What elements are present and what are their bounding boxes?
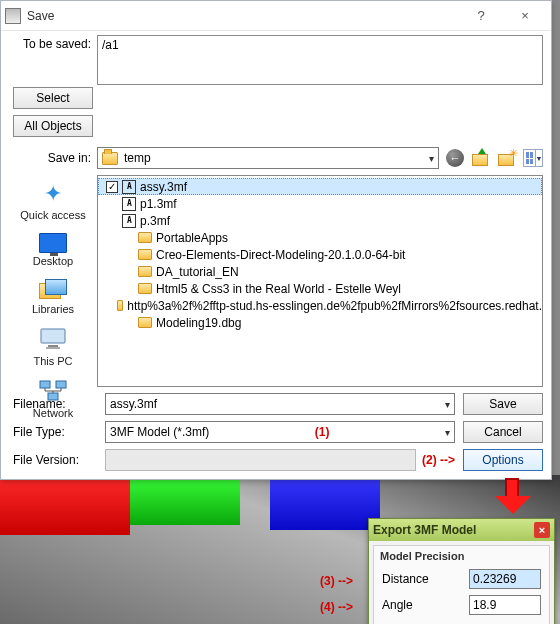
panel-title-text: Export 3MF Model <box>373 523 476 537</box>
folder-icon <box>138 283 152 294</box>
scene-cube-green <box>130 475 240 525</box>
3mf-file-icon: A <box>122 180 136 194</box>
distance-input[interactable] <box>469 569 541 589</box>
export-3mf-panel: Export 3MF Model × Model Precision Dista… <box>368 518 555 624</box>
fileversion-combo <box>105 449 416 471</box>
file-name: assy.3mf <box>140 180 187 194</box>
file-row[interactable]: http%3a%2f%2fftp-stud.hs-esslingen.de%2f… <box>98 297 542 314</box>
svg-rect-2 <box>46 347 60 349</box>
place-desktop[interactable]: Desktop <box>33 233 73 267</box>
annotation-1: (1) <box>315 425 330 439</box>
save-in-value: temp <box>124 151 151 165</box>
fileversion-label: File Version: <box>9 453 97 467</box>
place-desktop-label: Desktop <box>33 255 73 267</box>
file-name: Modeling19.dbg <box>156 316 241 330</box>
nav-back-button[interactable]: ← <box>445 148 465 168</box>
file-name: http%3a%2f%2fftp-stud.hs-esslingen.de%2f… <box>127 299 542 313</box>
file-list[interactable]: ✓Aassy.3mfAp1.3mfAp.3mfPortableAppsCreo-… <box>97 175 543 387</box>
panel-close-button[interactable]: × <box>534 522 550 538</box>
file-row[interactable]: PortableApps <box>98 229 542 246</box>
options-button[interactable]: Options <box>463 449 543 471</box>
save-button[interactable]: Save <box>463 393 543 415</box>
file-row[interactable]: Creo-Elements-Direct-Modeling-20.1.0.0-6… <box>98 246 542 263</box>
place-quick-access-label: Quick access <box>20 209 85 221</box>
3mf-file-icon: A <box>122 197 136 211</box>
annotation-arrow-down <box>495 478 529 516</box>
chevron-down-icon: ▾ <box>445 399 450 410</box>
to-be-saved-editor[interactable]: /a1 <box>97 35 543 85</box>
file-name: DA_tutorial_EN <box>156 265 239 279</box>
save-in-combo[interactable]: temp ▾ <box>97 147 439 169</box>
quick-access-icon: ✦ <box>44 181 62 207</box>
scene-cube-blue <box>270 475 380 530</box>
cancel-button[interactable]: Cancel <box>463 421 543 443</box>
new-folder-button[interactable]: ✳ <box>497 148 517 168</box>
file-row[interactable]: Ap1.3mf <box>98 195 542 212</box>
save-in-label: Save in: <box>9 151 97 165</box>
folder-icon <box>102 152 118 165</box>
arrow-left-icon: ← <box>446 149 464 167</box>
annotation-4: (4) --> <box>320 600 353 614</box>
panel-title[interactable]: Export 3MF Model × <box>369 519 554 541</box>
desktop-icon <box>39 233 67 253</box>
group-header: Model Precision <box>376 550 547 566</box>
folder-icon <box>138 249 152 260</box>
angle-input[interactable] <box>469 595 541 615</box>
view-menu-button[interactable]: ▼ <box>523 148 543 168</box>
window-icon <box>5 8 21 24</box>
file-name: p.3mf <box>140 214 170 228</box>
help-button[interactable]: ? <box>459 2 503 30</box>
select-button[interactable]: Select <box>13 87 93 109</box>
place-libraries[interactable]: Libraries <box>32 279 74 315</box>
file-name: Creo-Elements-Direct-Modeling-20.1.0.0-6… <box>156 248 405 262</box>
file-name: Html5 & Css3 in the Real World - Estelle… <box>156 282 401 296</box>
chevron-down-icon: ▾ <box>429 153 434 164</box>
filename-label: Filename: <box>9 397 97 411</box>
place-libraries-label: Libraries <box>32 303 74 315</box>
file-name: p1.3mf <box>140 197 177 211</box>
scene-cube-red <box>0 475 130 535</box>
new-folder-icon: ✳ <box>498 150 516 166</box>
file-row[interactable]: ✓Aassy.3mf <box>98 178 542 195</box>
nav-up-button[interactable] <box>471 148 491 168</box>
folder-up-icon <box>472 150 490 166</box>
svg-rect-3 <box>40 381 50 388</box>
window-title: Save <box>27 9 54 23</box>
file-row[interactable]: DA_tutorial_EN <box>98 263 542 280</box>
folder-icon <box>117 300 123 311</box>
view-grid-icon: ▼ <box>523 149 543 167</box>
svg-rect-4 <box>56 381 66 388</box>
distance-label: Distance <box>382 572 461 586</box>
all-objects-button[interactable]: All Objects <box>13 115 93 137</box>
chevron-down-icon: ▾ <box>445 427 450 438</box>
close-button[interactable]: × <box>503 2 547 30</box>
folder-icon <box>138 232 152 243</box>
place-this-pc-label: This PC <box>33 355 72 367</box>
model-precision-group: Model Precision Distance Angle <box>373 545 550 624</box>
checkbox-icon[interactable]: ✓ <box>106 181 118 193</box>
filetype-combo[interactable]: 3MF Model (*.3mf) (1) ▾ <box>105 421 455 443</box>
filename-combo[interactable]: assy.3mf ▾ <box>105 393 455 415</box>
libraries-icon <box>39 279 67 301</box>
svg-rect-1 <box>48 345 58 347</box>
annotation-3: (3) --> <box>320 574 353 588</box>
svg-rect-0 <box>41 329 65 343</box>
places-bar: ✦ Quick access Desktop Libraries This PC <box>9 175 97 387</box>
file-row[interactable]: Ap.3mf <box>98 212 542 229</box>
file-row[interactable]: Html5 & Css3 in the Real World - Estelle… <box>98 280 542 297</box>
filetype-value: 3MF Model (*.3mf) <box>110 425 209 439</box>
3mf-file-icon: A <box>122 214 136 228</box>
annotation-2: (2) --> <box>422 453 455 467</box>
folder-icon <box>138 317 152 328</box>
save-dialog: Save ? × To be saved: /a1 Select All Obj… <box>0 0 552 480</box>
filetype-label: File Type: <box>9 425 97 439</box>
filename-value: assy.3mf <box>110 397 157 411</box>
place-quick-access[interactable]: ✦ Quick access <box>20 181 85 221</box>
folder-icon <box>138 266 152 277</box>
place-this-pc[interactable]: This PC <box>33 327 72 367</box>
titlebar[interactable]: Save ? × <box>1 1 551 31</box>
this-pc-icon <box>38 327 68 353</box>
angle-label: Angle <box>382 598 461 612</box>
file-row[interactable]: Modeling19.dbg <box>98 314 542 331</box>
file-name: PortableApps <box>156 231 228 245</box>
